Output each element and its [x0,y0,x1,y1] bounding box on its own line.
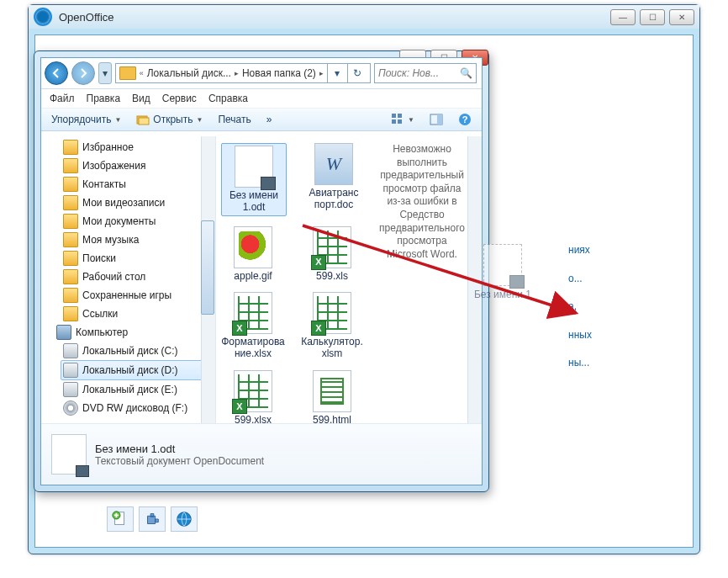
forward-button[interactable] [71,61,95,85]
openoffice-icon [34,8,52,26]
more-button[interactable]: » [263,112,276,127]
menu-help[interactable]: Справка [208,93,248,104]
file-item[interactable]: 599.html [300,370,364,426]
oo-side-item[interactable]: a, [568,300,669,314]
tree-item[interactable]: Локальный диск (D:) [61,360,215,380]
tree-scroll-thumb[interactable] [201,220,214,315]
tree-item[interactable]: Контакты [63,175,215,194]
search-placeholder: Поиск: Нов... [378,67,439,79]
oo-new-template-button[interactable] [107,506,134,532]
address-bar: ▾ « Локальный диск... ▸ Новая папка (2) … [41,58,482,89]
menu-file[interactable]: Файл [50,93,75,104]
menu-view[interactable]: Вид [132,93,150,104]
preview-pane-button[interactable] [426,111,446,128]
tree-item-label: Мои видеозаписи [82,197,165,209]
history-dropdown-button[interactable]: ▾ [98,62,112,84]
tree-item[interactable]: Локальный диск (E:) [63,380,215,399]
drag-ghost: Без имени 1 [471,244,535,300]
tree-item-label: Локальный диск (C:) [82,345,178,357]
tree-item[interactable]: Моя музыка [63,231,215,249]
maximize-button[interactable]: ☐ [640,9,665,25]
address-dropdown-button[interactable]: ▾ [327,64,346,82]
breadcrumb-seg[interactable]: Новая папка (2) [242,67,316,79]
file-name: Форматирование.xlsx [221,337,285,360]
details-filename: Без имени 1.odt [95,443,264,455]
ghost-label: Без имени 1 [474,289,531,300]
file-item[interactable]: apple.gif [221,226,285,283]
tree-scrollbar[interactable] [201,136,215,426]
view-mode-button[interactable]: ▼ [388,111,418,128]
refresh-button[interactable]: ↻ [347,64,367,82]
svg-rect-4 [139,118,149,125]
folder-icon [63,158,78,173]
file-item[interactable]: Без имени 1.odt [221,143,287,216]
tree-item[interactable]: Сохраненные игры [63,286,215,305]
tree-item-label: Поиски [82,252,116,264]
tree-item[interactable]: Мои документы [63,212,215,231]
file-item[interactable]: Авиатранс порт.doc [302,143,366,216]
openoffice-titlebar[interactable]: OpenOffice — ☐ ✕ [29,5,699,29]
oo-extensions-button[interactable] [139,506,166,532]
toolbar: Упорядочить▼ Открыть▼ Печать » ▼ ? [41,109,482,131]
menu-service[interactable]: Сервис [162,93,197,104]
tree-item[interactable]: Ссылки [63,305,215,323]
svg-rect-10 [437,114,442,125]
tree-item[interactable]: Изображения [63,156,215,175]
back-button[interactable] [45,61,68,85]
file-thumbnail [313,226,351,268]
address-field[interactable]: « Локальный диск... ▸ Новая папка (2) ▸ … [115,63,371,83]
tree-item[interactable]: Компьютер [56,323,215,342]
help-button[interactable]: ? [455,111,475,128]
file-name: Авиатранс порт.doc [302,188,366,211]
minimize-button[interactable]: — [610,9,636,25]
tree-item[interactable]: DVD RW дисковод (F:) [63,399,215,417]
print-button[interactable]: Печать [214,112,254,127]
oo-side-item[interactable]: ны... [568,357,669,370]
file-item[interactable]: Калькулятор.xlsm [300,292,364,360]
tree-item-label: DVD RW дисковод (F:) [82,402,187,414]
folder-icon [63,288,78,303]
tree-item-label: Избранное [82,141,134,153]
disk-icon [63,343,78,358]
star-icon [63,140,78,155]
close-button[interactable]: ✕ [669,9,694,25]
tree-item-label: Компьютер [76,326,128,338]
breadcrumb-seg[interactable]: Локальный диск... [147,67,231,79]
file-item[interactable]: 599.xls [300,226,364,283]
openoffice-title: OpenOffice [59,11,610,24]
preview-text: Невозможно выполнить предварительный про… [379,143,465,260]
tree-item[interactable]: Избранное [63,138,215,156]
explorer-window: — ☐ ✕ ▾ « Локальный диск... ▸ Новая папк… [34,50,489,492]
folder-icon [63,177,78,192]
oo-globe-button[interactable] [171,506,198,532]
preview-pane: Невозможно выполнить предварительный про… [379,143,465,261]
tree-item-label: Ссылки [82,308,118,320]
folder-icon [119,66,136,80]
tree-item-label: Изображения [82,160,145,172]
openoffice-sidebar: ниях о... a, нных ны... [568,229,669,385]
menu-edit[interactable]: Правка [87,93,121,104]
file-item[interactable]: Форматирование.xlsx [221,292,285,360]
tree-item-label: Локальный диск (E:) [82,384,177,395]
organize-button[interactable]: Упорядочить▼ [48,112,124,127]
file-thumbnail [234,292,272,334]
oo-side-item[interactable]: ниях [568,244,669,257]
tree-item-label: Мои документы [82,215,156,227]
tree-item-label: Моя музыка [82,234,139,246]
open-button[interactable]: Открыть▼ [133,111,206,128]
folder-icon [63,251,78,266]
details-filetype: Текстовый документ OpenDocument [95,455,264,467]
tree-item-label: Рабочий стол [82,271,145,283]
tree-item[interactable]: Мои видеозаписи [63,194,215,212]
file-item[interactable]: 599.xlsx [221,370,285,426]
disk-icon [63,382,78,397]
tree-item[interactable]: Локальный диск (C:) [63,342,215,360]
oo-side-item[interactable]: нных [568,329,669,342]
file-thumbnail [313,370,351,412]
oo-side-item[interactable]: о... [568,273,669,286]
tree-item[interactable]: Рабочий стол [63,268,215,286]
files-pane[interactable]: Без имени 1.odtАвиатранс порт.docapple.g… [216,136,482,426]
folder-icon [63,214,78,229]
search-input[interactable]: Поиск: Нов... 🔍 [374,63,477,83]
tree-item[interactable]: Поиски [63,249,215,268]
